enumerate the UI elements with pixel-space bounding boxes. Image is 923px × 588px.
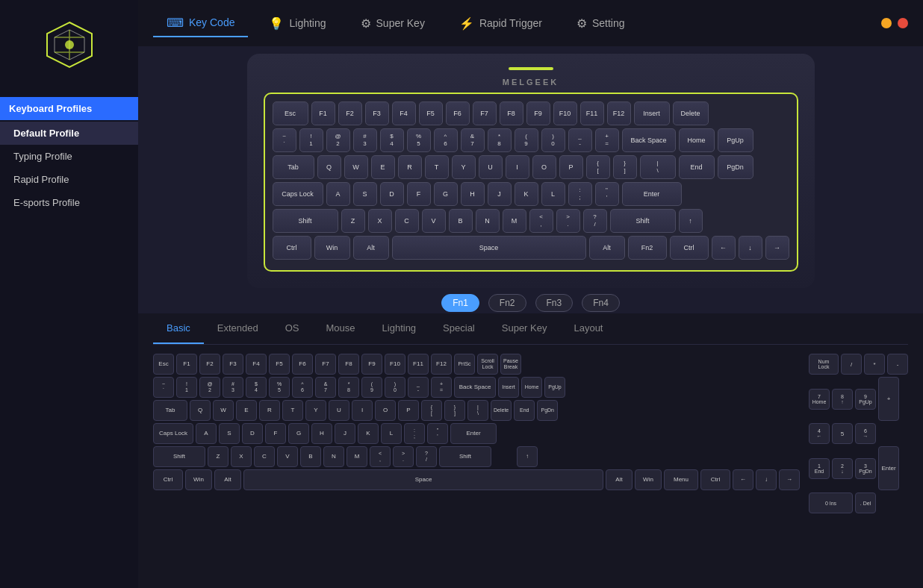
key-f[interactable]: F [407,182,431,206]
bkey-r[interactable]: R [259,400,280,421]
key-l[interactable]: L [541,182,565,206]
bkey-f12[interactable]: F12 [431,354,452,375]
bkey-f7[interactable]: F7 [315,354,336,375]
bkey-down[interactable]: ↓ [756,469,777,490]
bkey-right[interactable]: → [779,469,800,490]
key-tab[interactable]: Tab [273,155,314,179]
bkey-v[interactable]: V [277,446,298,467]
bkey-f10[interactable]: F10 [385,354,405,375]
bkey-b[interactable]: B [300,446,321,467]
nkey-3[interactable]: 3PgDn [855,458,876,479]
sidebar-item-esports[interactable]: E-sports Profile [0,191,138,214]
key-win[interactable]: Win [314,236,350,260]
bkey-f8[interactable]: F8 [338,354,359,375]
nkey-4[interactable]: 4← [809,423,830,444]
key-r[interactable]: R [398,155,422,179]
key-5[interactable]: %5 [407,128,431,152]
key-f7[interactable]: F7 [473,101,497,125]
bkey-pgdn[interactable]: PgDn [537,400,558,421]
key-insert[interactable]: Insert [634,101,670,125]
key-f1[interactable]: F1 [311,101,335,125]
key-backslash[interactable]: |\ [640,155,676,179]
key-f4[interactable]: F4 [392,101,416,125]
key-w[interactable]: W [344,155,368,179]
tab-layout[interactable]: Layout [560,313,616,344]
bkey-slash[interactable]: ?/ [416,446,437,467]
bkey-home[interactable]: Home [521,377,542,398]
bkey-7[interactable]: &7 [315,377,336,398]
bkey-o[interactable]: O [375,400,396,421]
key-1[interactable]: !1 [299,128,323,152]
key-ralt[interactable]: Alt [589,236,625,260]
bkey-f1[interactable]: F1 [176,354,197,375]
bkey-t[interactable]: T [282,400,303,421]
nav-rapidtrigger[interactable]: ⚡ Rapid Trigger [446,10,556,37]
key-0[interactable]: )0 [541,128,565,152]
bkey-f4[interactable]: F4 [246,354,267,375]
sidebar-item-rapid[interactable]: Rapid Profile [0,168,138,191]
key-rshift[interactable]: Shift [610,209,676,233]
bkey-f2[interactable]: F2 [199,354,220,375]
key-v[interactable]: V [422,209,446,233]
bkey-2[interactable]: @2 [199,377,220,398]
key-rctrl[interactable]: Ctrl [670,236,709,260]
bkey-f11[interactable]: F11 [408,354,429,375]
bkey-j[interactable]: J [335,423,355,444]
key-d[interactable]: D [380,182,404,206]
bkey-backspace[interactable]: Back Space [454,377,496,398]
bkey-s[interactable]: S [219,423,240,444]
close-button[interactable] [898,18,908,28]
key-enter[interactable]: Enter [622,182,682,206]
key-slash[interactable]: ?/ [583,209,607,233]
nkey-numsub[interactable]: - [887,354,908,375]
key-tilde[interactable]: ~` [273,128,296,152]
key-3[interactable]: #3 [353,128,377,152]
bkey-backslash[interactable]: |\ [467,400,488,421]
bkey-rbracket[interactable]: }] [444,400,465,421]
bkey-a[interactable]: A [196,423,217,444]
bkey-w[interactable]: W [213,400,234,421]
key-k[interactable]: K [515,182,538,206]
key-f8[interactable]: F8 [500,101,523,125]
bkey-up[interactable]: ↑ [517,446,538,467]
key-rbracket[interactable]: }] [613,155,637,179]
bkey-lctrl[interactable]: Ctrl [153,469,183,490]
key-lshift[interactable]: Shift [273,209,338,233]
key-lalt[interactable]: Alt [353,236,389,260]
fn-btn-4[interactable]: Fn4 [582,294,620,312]
key-home[interactable]: Home [679,128,715,152]
key-f9[interactable]: F9 [526,101,550,125]
nkey-numdiv[interactable]: / [841,354,862,375]
bkey-rwin[interactable]: Win [635,469,662,490]
key-equals[interactable]: += [595,128,619,152]
nkey-dot[interactable]: . Del [855,492,876,513]
key-s[interactable]: S [353,182,377,206]
key-m[interactable]: M [503,209,526,233]
minimize-button[interactable] [881,18,892,28]
tab-mouse[interactable]: Mouse [313,313,369,344]
key-semicolon[interactable]: :; [568,182,592,206]
key-n[interactable]: N [476,209,500,233]
key-y[interactable]: Y [452,155,476,179]
key-capslock[interactable]: Caps Lock [273,182,323,206]
key-f2[interactable]: F2 [338,101,362,125]
key-f12[interactable]: F12 [607,101,631,125]
key-comma[interactable]: <, [529,209,553,233]
key-up[interactable]: ↑ [679,209,703,233]
bkey-x[interactable]: X [231,446,252,467]
bkey-k[interactable]: K [358,423,379,444]
key-g[interactable]: G [434,182,458,206]
key-period[interactable]: >. [556,209,580,233]
key-f3[interactable]: F3 [365,101,389,125]
nav-setting[interactable]: ⚙ Setting [563,10,638,37]
key-9[interactable]: (9 [515,128,538,152]
key-delete[interactable]: Delete [673,101,709,125]
bkey-u[interactable]: U [329,400,349,421]
bkey-f[interactable]: F [265,423,286,444]
nkey-9[interactable]: 9PgUp [855,389,876,410]
bkey-rctrl[interactable]: Ctrl [700,469,730,490]
bkey-6[interactable]: ^6 [292,377,313,398]
bkey-minus[interactable]: _- [408,377,429,398]
key-x[interactable]: X [368,209,392,233]
bkey-0[interactable]: )0 [385,377,405,398]
